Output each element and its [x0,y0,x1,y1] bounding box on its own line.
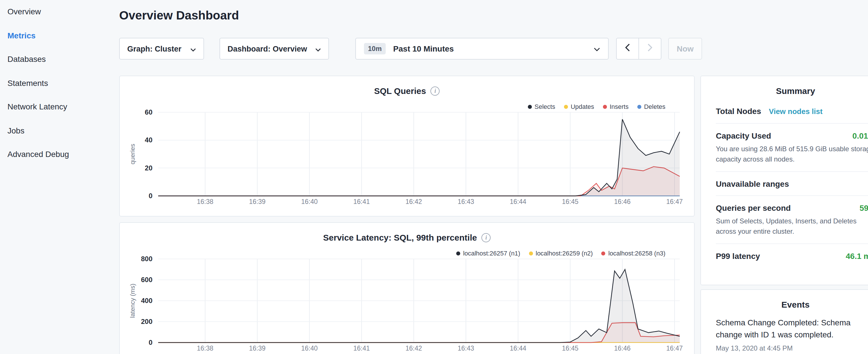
chart-title: SQL Queries [374,86,426,96]
svg-text:40: 40 [145,136,152,144]
sidebar-item-metrics[interactable]: Metrics [0,24,110,47]
summary-label: P99 latency [716,252,760,261]
summary-value: 59.7 [860,203,868,213]
sql-queries-chart-card: SQL Queries i SelectsUpdatesInsertsDelet… [119,75,694,217]
svg-text:16:41: 16:41 [353,198,370,205]
events-panel: Events Schema Change Completed: Schema c… [700,289,868,354]
graph-selector-label: Graph: Cluster [127,44,181,53]
svg-text:0: 0 [149,192,152,200]
summary-label: Capacity Used [716,131,771,140]
legend-dot-icon [602,104,607,108]
summary-value: 0.01% [852,131,868,140]
summary-label: Queries per second [716,203,790,213]
svg-text:16:42: 16:42 [405,198,422,205]
svg-text:16:47: 16:47 [666,345,683,352]
svg-text:600: 600 [141,276,152,284]
svg-text:queries: queries [129,144,136,164]
sidebar-item-databases[interactable]: Databases [0,47,110,71]
sidebar: Overview Metrics Databases Statements Ne… [0,0,110,166]
chevron-left-icon [625,43,630,54]
summary-row-total-nodes: Total Nodes View nodes list 3 [716,99,868,124]
info-icon[interactable]: i [482,233,491,242]
summary-row-capacity-used: Capacity Used 0.01% You are using 28.6 M… [716,124,868,172]
event-message: Schema Change Completed: Schema change w… [716,317,868,341]
svg-text:16:38: 16:38 [197,345,214,352]
next-time-window-button[interactable] [639,38,661,60]
legend-dot-icon [637,104,641,108]
legend-dot-icon [564,104,568,108]
app-window: Overview Metrics Databases Statements Ne… [0,0,868,354]
svg-text:400: 400 [141,297,152,304]
svg-text:16:44: 16:44 [510,198,526,205]
summary-value: 46.1 ms [846,252,868,261]
svg-text:16:39: 16:39 [249,345,266,352]
svg-text:16:40: 16:40 [301,345,318,352]
chevron-down-icon [594,44,600,53]
event-timestamp: May 13, 2020 at 4:45 PM [716,344,868,352]
chevron-down-icon [315,44,321,53]
svg-text:16:44: 16:44 [510,345,526,352]
svg-text:800: 800 [141,255,152,263]
svg-text:16:38: 16:38 [197,198,214,205]
svg-text:16:46: 16:46 [614,198,631,205]
svg-text:16:43: 16:43 [458,198,474,205]
svg-text:16:43: 16:43 [458,345,474,352]
time-window-badge: 10m [364,43,386,55]
svg-text:16:40: 16:40 [301,198,318,205]
events-title: Events [701,290,868,312]
legend-dot-icon [601,251,606,255]
graph-selector-dropdown[interactable]: Graph: Cluster [119,38,204,60]
svg-text:16:47: 16:47 [666,198,683,205]
dashboard-selector-label: Dashboard: Overview [227,44,307,53]
svg-text:16:39: 16:39 [249,198,266,205]
summary-row-p99-latency: P99 latency 46.1 ms [716,244,868,267]
info-icon[interactable]: i [431,86,440,95]
svg-text:latency (ms): latency (ms) [129,284,136,318]
sidebar-item-overview[interactable]: Overview [0,0,110,24]
page-title: Overview Dashboard [119,9,239,22]
time-range-picker[interactable]: 10m Past 10 Minutes [355,38,609,60]
summary-description: Sum of Selects, Updates, Inserts, and De… [716,216,868,236]
svg-text:16:42: 16:42 [405,345,422,352]
chevron-right-icon [648,43,652,54]
sidebar-item-network-latency[interactable]: Network Latency [0,95,110,119]
previous-time-window-button[interactable] [616,38,639,60]
svg-text:20: 20 [145,164,152,172]
time-step-buttons [616,38,661,60]
legend-dot-icon [528,104,532,108]
event-list-item[interactable]: Schema Change Completed: Schema change w… [716,317,868,352]
service-latency-chart[interactable]: 16:3816:3916:4016:4116:4216:4316:4416:45… [127,255,688,353]
summary-row-unavailable-ranges: Unavailable ranges 0 [716,172,868,196]
svg-text:200: 200 [141,318,152,325]
svg-text:16:45: 16:45 [562,198,579,205]
summary-label: Total Nodes [716,106,761,116]
svg-text:60: 60 [145,108,152,116]
summary-title: Summary [701,76,868,99]
time-window-label: Past 10 Minutes [393,44,594,53]
svg-text:16:45: 16:45 [562,345,579,352]
summary-label: Unavailable ranges [716,179,789,189]
legend-dot-icon [456,251,460,255]
dashboard-selector-dropdown[interactable]: Dashboard: Overview [219,38,329,60]
sql-queries-chart[interactable]: 16:3816:3916:4016:4116:4216:4316:4416:45… [127,108,688,207]
summary-row-queries-per-second: Queries per second 59.7 Sum of Selects, … [716,196,868,244]
now-button[interactable]: Now [668,38,702,60]
svg-text:0: 0 [149,339,152,346]
svg-text:16:46: 16:46 [614,345,631,352]
view-nodes-list-link[interactable]: View nodes list [769,107,823,116]
summary-panel: Summary Total Nodes View nodes list 3 Ca… [700,75,868,285]
chart-title: Service Latency: SQL, 99th percentile [323,232,477,242]
legend-dot-icon [529,251,533,255]
sidebar-item-statements[interactable]: Statements [0,71,110,95]
sidebar-item-jobs[interactable]: Jobs [0,119,110,142]
sidebar-item-advanced-debug[interactable]: Advanced Debug [0,142,110,166]
chevron-down-icon [190,44,196,53]
summary-description: You are using 28.6 MiB of 515.9 GiB usab… [716,144,868,164]
now-button-label: Now [677,44,693,53]
service-latency-chart-card: Service Latency: SQL, 99th percentile i … [119,222,694,354]
svg-text:16:41: 16:41 [353,345,370,352]
